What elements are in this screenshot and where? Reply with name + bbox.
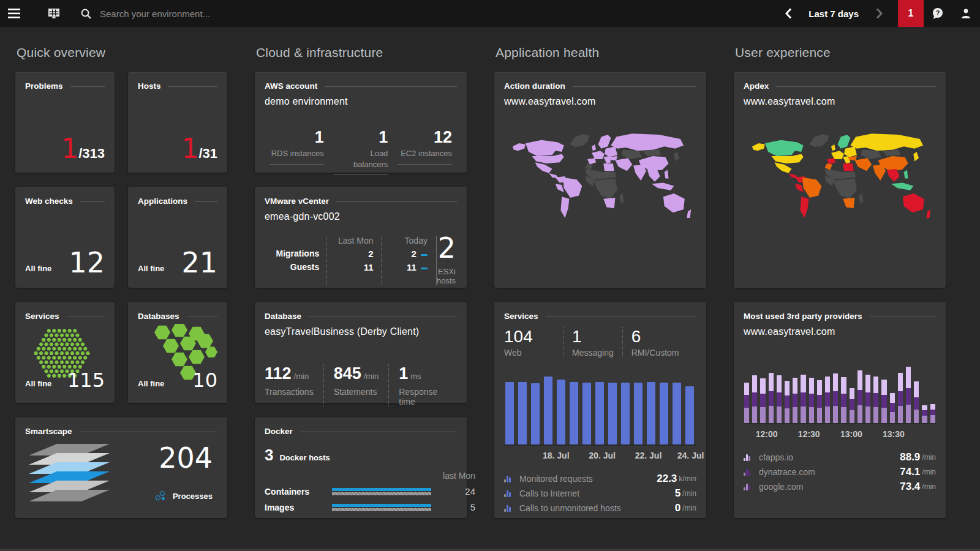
processes-count: 204 [159, 441, 213, 474]
tile-action-duration[interactable]: Action duration www.easytravel.com [494, 72, 706, 288]
topbar: Last 7 days 1 ? [0, 0, 980, 27]
apps-button[interactable] [40, 0, 67, 27]
col-header: Today [382, 236, 428, 249]
chevron-left-icon [785, 8, 792, 19]
aws-environment-name: demo environment [265, 96, 457, 107]
x-tick: 18. Jul [543, 451, 570, 460]
map-region-mongolia [643, 149, 662, 156]
user-button[interactable] [952, 0, 980, 27]
map-region-kazakh [622, 149, 642, 159]
problems-badge[interactable]: 1 [898, 0, 924, 27]
search-bar[interactable] [81, 9, 357, 19]
bar [673, 383, 681, 444]
bar [518, 382, 527, 444]
tile-title: Smartscape [25, 427, 72, 436]
stat-label: Transactions [265, 387, 314, 397]
map-region-philippines [665, 170, 669, 179]
map-region-peru [795, 184, 804, 192]
tile-applications[interactable]: Applications All fine 21 [128, 187, 227, 288]
search-input[interactable] [100, 9, 357, 19]
x-tick: 13:30 [883, 429, 905, 439]
tile-web-checks[interactable]: Web checks All fine 12 [15, 187, 115, 288]
tile-databases[interactable]: Databases All fine 10 [128, 302, 227, 403]
stat-underline [270, 164, 324, 165]
legend-unit: /min [682, 504, 696, 512]
legend-value: 88.9 [900, 451, 920, 463]
map-region-mongolia [883, 149, 901, 156]
legend-label: google.com [759, 482, 900, 492]
x-tick: 22. Jul [635, 451, 662, 460]
stacked-bar [865, 375, 870, 423]
tile-database[interactable]: Database easyTravelBusiness (Derby Clien… [255, 302, 467, 403]
tile-title: Applications [138, 197, 187, 206]
stacked-bar [881, 380, 886, 423]
row-label: Images [265, 503, 323, 512]
user-icon [960, 8, 971, 19]
map-region-canada [765, 140, 804, 156]
map-region-libya [843, 163, 853, 171]
map-region-morocco [586, 163, 593, 170]
aws-stat-rds: 1 RDS instances [265, 128, 329, 175]
stat-label: Load balancers [334, 148, 388, 170]
col-header-lastmon: last Mon [431, 471, 475, 481]
stacked-bar [922, 405, 927, 423]
map-region-madagascar [859, 193, 863, 203]
esxi-hosts-label: ESXi hosts [437, 267, 456, 285]
status-text: All fine [138, 379, 164, 388]
tile-title: Most used 3rd party providers [744, 312, 862, 321]
stat-label: RMI/Custom [631, 348, 679, 358]
application-name: www.easytravel.com [744, 96, 936, 107]
bar [557, 380, 565, 444]
menu-button[interactable] [0, 0, 28, 27]
stat-value: 104 [504, 327, 554, 347]
tile-apdex[interactable]: Apdex www.easytravel.com [734, 72, 946, 288]
tile-services-health[interactable]: Services 104 Web 1 Messaging 6 RMI/Custo… [494, 302, 706, 518]
legend-label: dynatrace.com [759, 467, 900, 477]
bar [634, 383, 643, 444]
map-region-uk [592, 144, 596, 151]
tile-vmware-vcenter[interactable]: VMware vCenter emea-gdn-vc002 Migrations… [255, 187, 467, 288]
search-icon [81, 9, 91, 19]
bar [660, 383, 668, 444]
application-name: www.easytravel.com [504, 96, 696, 107]
trend-flat-icon [421, 254, 428, 256]
map-region-philippines [904, 170, 908, 179]
title-rule [870, 317, 936, 317]
vmware-col-today: Today 2 11 [381, 236, 428, 285]
title-rule [336, 201, 457, 202]
aws-stat-load-balancers: 1 Load balancers [329, 128, 393, 175]
title-rule [195, 201, 217, 202]
timeframe-next-button[interactable] [870, 0, 888, 27]
help-button[interactable]: ? [924, 0, 952, 27]
timeframe-prev-button[interactable] [779, 0, 797, 27]
application-name: www.easytravel.com [744, 326, 936, 337]
tile-smartscape[interactable]: Smartscape 204 [15, 418, 227, 518]
tile-hosts[interactable]: Hosts 1/31 [128, 72, 227, 173]
tile-docker[interactable]: Docker 3Docker hosts last Mon now Contai… [255, 418, 467, 518]
section-title: Cloud & infrastructure [256, 45, 467, 60]
bar [608, 383, 617, 444]
databases-count: 10 [192, 369, 217, 392]
x-tick: 12:30 [798, 429, 820, 439]
stat-unit: /min [294, 372, 309, 381]
stacked-bar [930, 404, 935, 423]
row-label: Containers [265, 487, 323, 497]
svc-stat-messaging: 1 Messaging [563, 327, 622, 358]
docker-hosts-count: 3 [265, 446, 273, 464]
tile-title: VMware vCenter [265, 197, 329, 206]
tile-problems[interactable]: Problems 1/313 [15, 72, 115, 173]
problems-total: /313 [78, 146, 105, 161]
tile-title: Web checks [25, 197, 73, 206]
tile-title: Docker [265, 427, 293, 436]
applications-count: 21 [181, 246, 217, 279]
tile-aws-account[interactable]: AWS account demo environment 1 RDS insta… [255, 72, 467, 173]
stacked-bar [841, 377, 846, 423]
tile-services[interactable]: Services All fine 115 [15, 302, 115, 403]
services-count: 115 [67, 369, 105, 392]
title-rule [168, 86, 217, 87]
section-quick-overview: Quick overview Problems 1/313 Hosts 1/31… [15, 27, 227, 518]
hamburger-icon [8, 9, 20, 18]
timeframe-label[interactable]: Last 7 days [809, 9, 859, 19]
tile-third-party-providers[interactable]: Most used 3rd party providers www.easytr… [734, 302, 946, 518]
web-checks-count: 12 [69, 246, 105, 279]
